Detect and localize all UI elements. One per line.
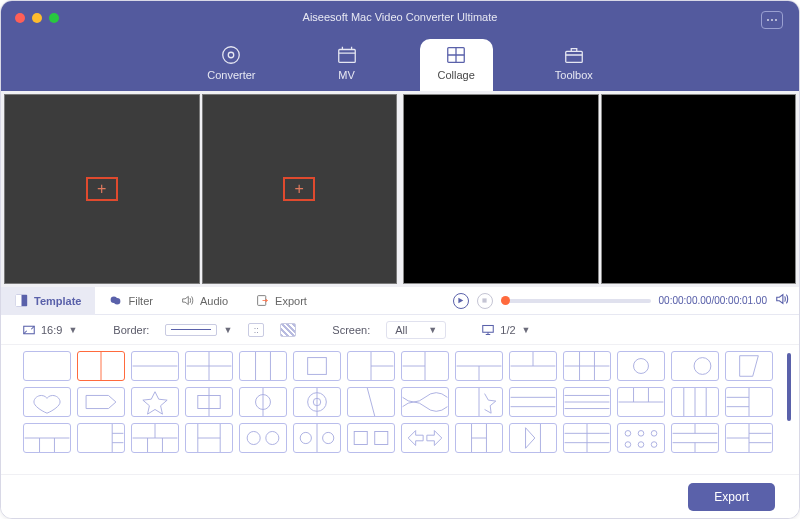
ratio-icon <box>23 324 35 336</box>
template-thumb[interactable] <box>23 387 71 417</box>
template-thumb[interactable] <box>347 351 395 381</box>
close-window-button[interactable] <box>15 13 25 23</box>
svg-point-81 <box>625 431 631 437</box>
add-media-button[interactable]: + <box>283 177 315 201</box>
minimize-window-button[interactable] <box>32 13 42 23</box>
preview-slot-2 <box>601 94 797 284</box>
template-thumb[interactable] <box>401 423 449 453</box>
template-thumb[interactable] <box>617 351 665 381</box>
chevron-down-icon: ▼ <box>223 325 232 335</box>
template-thumb[interactable] <box>347 387 395 417</box>
seek-slider[interactable] <box>501 299 651 303</box>
template-thumb[interactable] <box>239 423 287 453</box>
border-color-button[interactable]: :: <box>248 323 264 337</box>
stop-button[interactable] <box>477 293 493 309</box>
template-thumb[interactable] <box>401 387 449 417</box>
border-preview <box>165 324 217 336</box>
filter-icon <box>109 294 122 307</box>
scrollbar[interactable] <box>787 353 791 421</box>
template-thumb[interactable] <box>563 387 611 417</box>
template-thumb[interactable] <box>563 351 611 381</box>
template-thumb[interactable] <box>455 423 503 453</box>
template-options: 16:9 ▼ Border: ▼ :: Screen: All ▼ 1/2 ▼ <box>1 315 799 345</box>
subtab-audio[interactable]: Audio <box>167 287 242 315</box>
tab-converter[interactable]: Converter <box>189 39 273 91</box>
template-thumb[interactable] <box>455 387 503 417</box>
svg-rect-6 <box>16 295 22 306</box>
template-thumb[interactable] <box>401 351 449 381</box>
svg-rect-17 <box>308 358 327 375</box>
tab-collage-label: Collage <box>438 69 475 81</box>
template-thumb[interactable] <box>293 351 341 381</box>
volume-icon[interactable] <box>775 292 789 310</box>
template-thumb[interactable] <box>617 423 665 453</box>
play-button[interactable] <box>453 293 469 309</box>
template-thumb[interactable] <box>131 423 179 453</box>
template-thumb[interactable] <box>509 423 557 453</box>
plus-icon: + <box>295 181 304 197</box>
subtab-filter[interactable]: Filter <box>95 287 166 315</box>
play-icon <box>457 297 464 304</box>
collage-slot-2[interactable]: + <box>202 94 398 284</box>
template-thumb[interactable] <box>725 351 773 381</box>
template-thumb[interactable] <box>239 387 287 417</box>
template-thumb[interactable] <box>185 387 233 417</box>
collage-stage: + + <box>1 91 799 287</box>
feedback-icon[interactable]: ⋯ <box>761 11 783 29</box>
template-thumb[interactable] <box>671 423 719 453</box>
svg-point-71 <box>323 432 334 443</box>
svg-point-70 <box>300 432 311 443</box>
template-thumb[interactable] <box>77 423 125 453</box>
template-thumb[interactable] <box>671 387 719 417</box>
screen-select[interactable]: All ▼ <box>386 321 446 339</box>
template-thumb[interactable] <box>509 387 557 417</box>
template-thumb[interactable] <box>293 423 341 453</box>
template-gallery <box>1 345 799 474</box>
template-thumb[interactable] <box>725 423 773 453</box>
subtab-template[interactable]: Template <box>1 287 95 315</box>
template-thumb[interactable] <box>131 387 179 417</box>
preview-pane <box>400 91 799 287</box>
chevron-down-icon: ▼ <box>68 325 77 335</box>
template-thumb[interactable] <box>617 387 665 417</box>
app-window: Aiseesoft Mac Video Converter Ultimate ⋯… <box>0 0 800 519</box>
app-title: Aiseesoft Mac Video Converter Ultimate <box>1 11 799 23</box>
editor-pane: + + <box>1 91 400 287</box>
collage-slot-1[interactable]: + <box>4 94 200 284</box>
subtab-export[interactable]: Export <box>242 287 321 315</box>
template-thumb[interactable] <box>455 351 503 381</box>
template-thumb[interactable] <box>509 351 557 381</box>
svg-point-85 <box>638 442 644 448</box>
template-thumb[interactable] <box>131 351 179 381</box>
template-thumb[interactable] <box>725 387 773 417</box>
chevron-down-icon: ▼ <box>428 325 437 335</box>
chevron-down-icon: ▼ <box>522 325 531 335</box>
page-select[interactable]: 1/2 ▼ <box>482 324 530 336</box>
export-icon <box>256 294 269 307</box>
template-thumb[interactable] <box>293 387 341 417</box>
subtab-filter-label: Filter <box>128 295 152 307</box>
template-thumb[interactable] <box>77 351 125 381</box>
template-thumb[interactable] <box>185 351 233 381</box>
template-thumb[interactable] <box>347 423 395 453</box>
template-thumb[interactable] <box>185 423 233 453</box>
export-button[interactable]: Export <box>688 483 775 511</box>
stop-icon <box>481 297 488 304</box>
template-thumb[interactable] <box>239 351 287 381</box>
tab-collage[interactable]: Collage <box>420 39 493 91</box>
template-thumb[interactable] <box>563 423 611 453</box>
seek-handle[interactable] <box>501 296 510 305</box>
tab-toolbox[interactable]: Toolbox <box>537 39 611 91</box>
template-thumb[interactable] <box>23 423 71 453</box>
aspect-ratio-select[interactable]: 16:9 ▼ <box>23 324 77 336</box>
template-thumb[interactable] <box>23 351 71 381</box>
add-media-button[interactable]: + <box>86 177 118 201</box>
border-pattern-button[interactable] <box>280 323 296 337</box>
svg-rect-4 <box>566 51 583 62</box>
tab-mv[interactable]: MV <box>318 39 376 91</box>
template-thumb[interactable] <box>671 351 719 381</box>
screen-value: All <box>395 324 407 336</box>
zoom-window-button[interactable] <box>49 13 59 23</box>
border-style-select[interactable]: ▼ <box>165 324 232 336</box>
template-thumb[interactable] <box>77 387 125 417</box>
